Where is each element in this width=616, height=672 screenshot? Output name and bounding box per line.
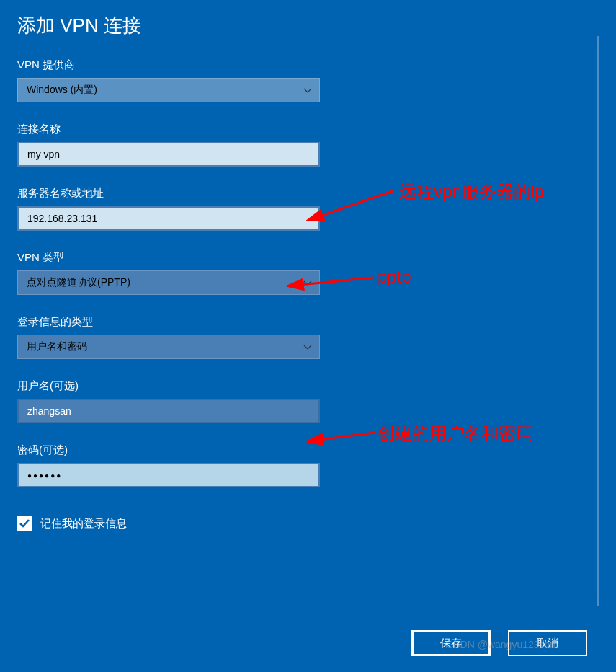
arrow-icon [287,267,380,296]
username-group: 用户名(可选) [17,379,599,423]
remember-group: 记住我的登录信息 [17,516,599,531]
vpn-provider-group: VPN 提供商 Windows (内置) [17,58,599,102]
signin-type-label: 登录信息的类型 [17,315,599,329]
vpn-provider-value: Windows (内置) [27,84,97,97]
username-label: 用户名(可选) [17,379,599,393]
signin-type-select[interactable]: 用户名和密码 [17,335,320,359]
remember-checkbox[interactable] [17,516,32,531]
connection-name-group: 连接名称 [17,123,599,167]
remember-label: 记住我的登录信息 [40,517,127,531]
connection-name-input[interactable] [17,142,320,167]
svg-line-2 [319,433,375,440]
svg-line-0 [319,191,393,216]
username-input[interactable] [17,399,320,423]
watermark: CSDN @wangyu123com [446,639,558,650]
vpn-type-label: VPN 类型 [17,251,599,265]
checkmark-icon [19,518,30,529]
page-title: 添加 VPN 连接 [17,13,599,38]
chevron-down-icon [303,84,312,96]
arrow-icon [306,180,400,224]
vpn-provider-select[interactable]: Windows (内置) [17,78,320,102]
annotation-vpn-type: pptp [378,267,411,287]
server-address-input[interactable] [17,206,320,231]
chevron-down-icon [303,341,312,353]
signin-type-group: 登录信息的类型 用户名和密码 [17,315,599,359]
connection-name-label: 连接名称 [17,123,599,136]
vpn-provider-label: VPN 提供商 [17,58,599,72]
vpn-type-value: 点对点隧道协议(PPTP) [27,276,130,289]
password-input[interactable] [17,463,320,487]
vpn-type-select[interactable]: 点对点隧道协议(PPTP) [17,270,320,295]
svg-line-1 [300,278,373,285]
annotation-credentials: 创建的用户名和密码 [378,422,533,445]
scrollbar[interactable] [597,36,599,606]
annotation-server-ip: 远程vpn服务器的ip [399,180,544,203]
arrow-icon [306,422,385,451]
signin-type-value: 用户名和密码 [27,340,87,353]
